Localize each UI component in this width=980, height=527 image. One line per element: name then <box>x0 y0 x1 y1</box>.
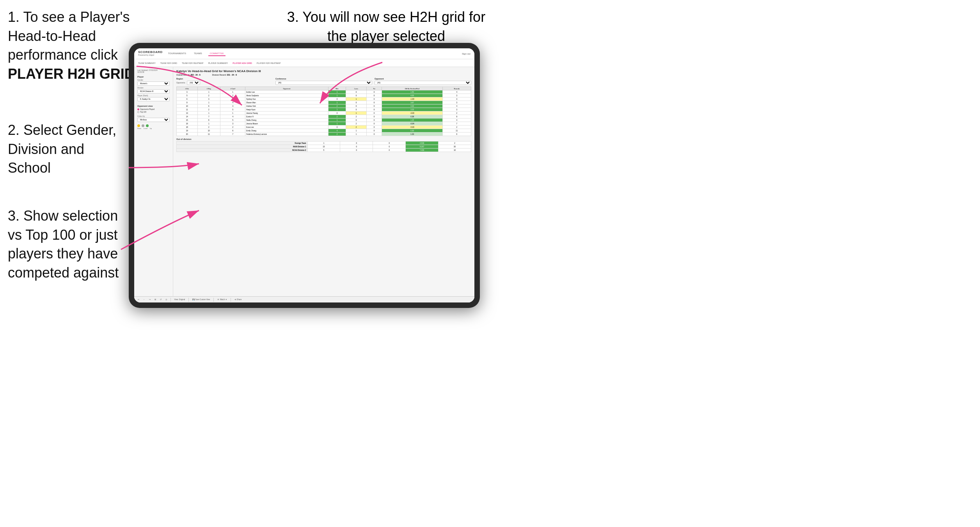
toolbar-refresh[interactable]: ↺ <box>159 298 163 301</box>
nav-teams[interactable]: TEAMS <box>192 51 204 56</box>
col-conf: # Conf <box>220 87 245 90</box>
instruction-3-left: 3. Show selection vs Top 100 or just pla… <box>8 207 129 282</box>
toolbar-view-original[interactable]: View: Original <box>173 298 186 301</box>
instruction-1: 1. To see a Player's Head-to-Head perfor… <box>8 8 140 83</box>
cell-rounds: 2 <box>442 126 471 129</box>
cell-win: 1 <box>328 101 346 104</box>
grid-records: Overall Record: 353 - 34 - 6 Division Re… <box>176 74 471 76</box>
toolbar-back[interactable]: ← <box>142 298 146 301</box>
overall-record: Overall Record: 353 - 34 - 6 <box>176 74 201 76</box>
out-div-label: Foreign Team <box>177 141 308 145</box>
out-div-loss: 0 <box>340 141 373 145</box>
table-row: 11 2 5 Heejo Hyun 1 0 0 3.33 3 <box>177 108 471 111</box>
colour-labels: Down Level Up <box>137 127 170 129</box>
division-select[interactable]: NCAA Division III <box>137 89 170 94</box>
gender-select[interactable]: Women's <box>137 81 170 86</box>
toolbar-watch[interactable]: 👁 Watch ▼ <box>216 298 228 301</box>
sub-nav-player-summary[interactable]: PLAYER SUMMARY <box>208 62 228 64</box>
out-div-tie: 0 <box>373 141 406 145</box>
cell-opponent: Emily Chang <box>245 129 328 133</box>
cell-div: 11 <box>177 108 198 111</box>
cell-loss: 0 <box>346 101 367 104</box>
colour-dot-down <box>137 124 140 127</box>
cell-reg: 11 <box>197 133 220 136</box>
toolbar-grid[interactable]: ⊞ <box>153 298 157 301</box>
sub-nav-team-summary[interactable]: TEAM SUMMARY <box>138 62 156 64</box>
cell-loss: 1 <box>346 111 367 115</box>
cell-reg: 2 <box>197 126 220 129</box>
cell-opponent: Federica Domecq Lacroze <box>245 133 328 136</box>
out-div-row: NAIA Division 1 15 0 0 9.267 30 <box>177 145 471 149</box>
cell-tie: 0 <box>366 108 382 111</box>
out-div-row: NCAA Division 2 5 0 0 7.400 10 <box>177 149 471 152</box>
toolbar-share[interactable]: ≪ Share <box>233 298 243 301</box>
instruction-3-right: 3. You will now see H2H grid for the pla… <box>285 8 488 46</box>
table-row: 6 3 3 Sydney Kuo 0 1 0 -1.00 3 <box>177 97 471 101</box>
sub-nav-player-heatmap[interactable]: PLAYER H2H HEATMAP <box>257 62 281 64</box>
table-row: 20 11 7 Federica Domecq Lacroze 2 1 0 1.… <box>177 133 471 136</box>
cell-tie: 0 <box>366 97 382 101</box>
table-row: 10 6 3 Andrea York 2 0 0 4.00 4 <box>177 104 471 108</box>
cell-conf: 2 <box>220 94 245 97</box>
cell-loss: 0 <box>346 118 367 122</box>
cell-win: 1 <box>328 90 346 94</box>
col-rounds: Rounds <box>442 87 471 90</box>
cell-reg: 6 <box>197 104 220 108</box>
colour-by-select[interactable]: Win/loss <box>137 118 170 122</box>
table-row: 3 1 1 Esther Lee 1 0 0 1.50 4 <box>177 90 471 94</box>
cell-diff: -5.00 <box>382 126 442 129</box>
cell-rounds: 7 <box>442 122 471 126</box>
cell-conf: 6 <box>220 129 245 133</box>
radio-top100[interactable]: Top 100 <box>137 111 170 113</box>
radio-opponents-played[interactable]: Opponents Played <box>137 108 170 110</box>
region-filter: Region Opponents: (All) <box>176 78 273 85</box>
player-rank-select[interactable]: 8. Katelyn Vo <box>137 97 170 101</box>
opponent-select[interactable]: (All) <box>375 81 471 85</box>
cell-reg: 7 <box>197 115 220 118</box>
cell-diff: 4.00 <box>382 94 442 97</box>
cell-opponent: Eunice Yi <box>245 115 328 118</box>
division-record: Division Record: 331 - 34 - 6 <box>212 74 237 76</box>
sub-nav-team-h2h[interactable]: TEAM H2H GRID <box>160 62 177 64</box>
opponents-select[interactable]: (All) <box>187 81 200 85</box>
grid-title: Katelyn Vo Head-to-Head Grid for Women's… <box>176 69 471 73</box>
cell-reg: 1 <box>197 122 220 126</box>
toolbar-save-custom[interactable]: 💾 Save Custom View <box>191 298 211 301</box>
cell-opponent: Jessica Huang <box>245 111 328 115</box>
cell-div: 9 <box>177 101 198 104</box>
cell-reg: 3 <box>197 97 220 101</box>
cell-tie: 0 <box>366 133 382 136</box>
out-div-diff: 4.500 <box>406 141 439 145</box>
colour-dot-up <box>146 124 149 127</box>
grid-panel: Katelyn Vo Head-to-Head Grid for Women's… <box>173 67 474 302</box>
nav-tournaments[interactable]: TOURNAMENTS <box>167 51 188 56</box>
conference-select[interactable]: (All) <box>275 81 372 85</box>
table-row: 5 2 2 Alexis Sudjianto 1 0 0 4.00 3 <box>177 94 471 97</box>
cell-diff: 1.50 <box>382 90 442 94</box>
col-reg: # Reg <box>197 87 220 90</box>
cell-div: 15 <box>177 118 198 122</box>
cell-div: 16 <box>177 122 198 126</box>
cell-loss: 0 <box>346 94 367 97</box>
opponent-view-title: Opponent view <box>137 105 170 107</box>
cell-loss: 2 <box>346 115 367 118</box>
cell-reg: 10 <box>197 129 220 133</box>
toolbar-undo[interactable]: ↩ <box>137 298 140 301</box>
cell-rounds: 4 <box>442 118 471 122</box>
nav-committee[interactable]: COMMITTEE <box>208 51 225 56</box>
cell-div: 6 <box>177 97 198 101</box>
radio-dot-played <box>137 108 139 110</box>
sub-nav-team-heatmap[interactable]: TEAM H2H HEATMAP <box>182 62 204 64</box>
sub-nav-player-h2h[interactable]: PLAYER H2H GRID <box>233 62 252 64</box>
player-section-title: Player <box>137 76 170 78</box>
cell-div: 18 <box>177 126 198 129</box>
toolbar-clock[interactable]: ◷ <box>164 298 168 301</box>
out-div-rounds: 10 <box>439 149 471 152</box>
cell-diff: -1.00 <box>382 97 442 101</box>
cell-win: 1 <box>328 122 346 126</box>
sign-out[interactable]: Sign out <box>462 53 470 55</box>
cell-opponent: Sydney Kuo <box>245 97 328 101</box>
toolbar-divider-3 <box>213 298 214 302</box>
toolbar-redo[interactable]: ↪ <box>148 298 152 301</box>
cell-div: 13 <box>177 111 198 115</box>
